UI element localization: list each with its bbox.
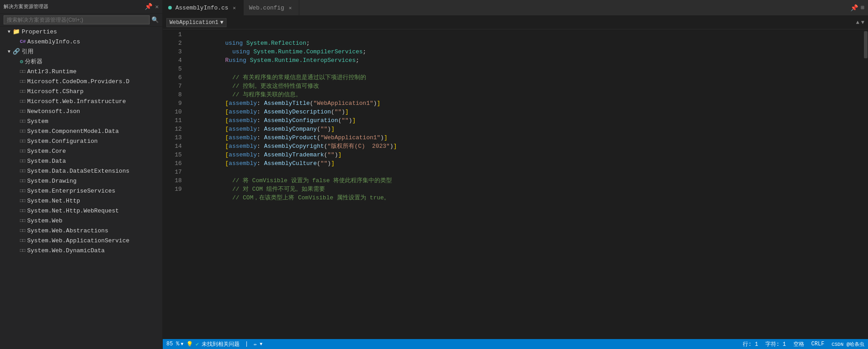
nav-down-icon[interactable]: ▼: [861, 19, 864, 26]
sidebar-item-codedom[interactable]: □□ Microsoft.CodeDom.Providers.D: [0, 76, 162, 86]
ref-icon: □□: [20, 79, 25, 84]
sidebar-item-analyzer[interactable]: ⚙ 分析器: [0, 57, 162, 66]
sidebar-item-label: System.Net.Http.WebRequest: [27, 208, 119, 214]
sidebar-item-system-configuration[interactable]: □□ System.Configuration: [0, 136, 162, 146]
search-icon: 🔍: [151, 16, 159, 24]
sidebar-item-label: Antlr3.Runtime: [27, 68, 76, 75]
zoom-dropdown-icon[interactable]: ▼: [181, 342, 184, 347]
expand-icon: ▼: [5, 49, 13, 54]
pin-icon[interactable]: 📌: [145, 3, 152, 10]
sidebar-item-ms-web-infra[interactable]: □□ Microsoft.Web.Infrastructure: [0, 96, 162, 106]
ref-icon: □□: [20, 228, 25, 233]
tab-close-button[interactable]: ✕: [287, 4, 294, 12]
spaces-info: 空格: [793, 340, 804, 348]
sidebar-item-system-web-abstractions[interactable]: □□ System.Web.Abstractions: [0, 226, 162, 236]
ref-icon: □□: [20, 89, 25, 94]
status-right: 行: 1 字符: 1 空格 CRLF CSDN @哈条虫: [743, 340, 864, 348]
pencil-icon: ✏: [254, 341, 257, 348]
sidebar-item-references[interactable]: ▼ 🔗 引用: [0, 47, 162, 57]
sidebar-item-label: Properties: [22, 28, 57, 35]
new-vert-tab-icon[interactable]: ⊞: [861, 4, 864, 11]
close-sidebar-icon[interactable]: ✕: [155, 3, 159, 10]
sidebar-item-label: System.Web.Abstractions: [27, 227, 108, 234]
tab-assemblyinfo[interactable]: AssemblyInfo.cs ✕: [163, 0, 244, 15]
sidebar-item-properties[interactable]: ▼ 📁 Properties: [0, 27, 162, 37]
line-info: 行: 1: [743, 340, 758, 348]
sidebar-item-system-web[interactable]: □□ System.Web: [0, 216, 162, 226]
sidebar-item-label: Microsoft.CSharp: [27, 88, 84, 95]
sidebar-item-system-web-dynamicdata[interactable]: □□ System.Web.DynamicData: [0, 245, 162, 255]
cs-file-dot: [168, 6, 172, 9]
ref-icon: □□: [20, 238, 25, 243]
sidebar-header: 解决方案资源管理器 📌 ✕: [0, 0, 162, 14]
code-editor[interactable]: 1 2 3 4 5 6 7 8 9 10 11 12 13 14 15 16 1…: [163, 29, 868, 339]
tab-close-button[interactable]: ✕: [231, 4, 238, 12]
sidebar-item-assemblyinfo[interactable]: C# AssemblyInfo.cs: [0, 37, 162, 47]
csharp-file-icon: C#: [20, 39, 26, 44]
sidebar-item-system-enterprise[interactable]: □□ System.EnterpriseServices: [0, 186, 162, 196]
sidebar-item-label: System.Net.Http: [27, 198, 80, 204]
ref-icon: □□: [20, 169, 25, 174]
encoding-info: CRLF: [811, 341, 825, 347]
sidebar-header-icons: 📌 ✕: [145, 3, 159, 10]
vertical-scrollbar[interactable]: [863, 29, 868, 339]
code-line-1: using System.Reflection;: [186, 30, 863, 39]
sidebar-search-bar[interactable]: 🔍: [0, 14, 162, 27]
ref-icon: □□: [20, 189, 25, 193]
zoom-label: 85 % ▼: [166, 341, 184, 347]
folder-icon: 📁: [13, 28, 20, 35]
sidebar-item-label: System.Web: [27, 217, 62, 224]
breadcrumb-label: WebApplication1: [170, 19, 218, 26]
sidebar-item-label: Microsoft.CodeDom.Providers.D: [27, 78, 129, 85]
breadcrumb-webapp[interactable]: WebApplication1 ▼: [166, 18, 226, 27]
ref-icon: □□: [20, 99, 25, 104]
breadcrumb-bar: WebApplication1 ▼ ▲ ▼: [163, 16, 868, 29]
dropdown-icon[interactable]: ▼: [260, 342, 263, 347]
sidebar-item-label: System.Data: [27, 158, 66, 165]
sidebar-item-system-data-dataset[interactable]: □□ System.Data.DataSetExtensions: [0, 166, 162, 176]
sidebar-item-label: System.ComponentModel.Data: [27, 128, 119, 135]
search-input[interactable]: [4, 15, 150, 24]
breadcrumb-right-controls: ▲ ▼: [856, 19, 864, 26]
nav-up-icon[interactable]: ▲: [856, 19, 859, 26]
sidebar-item-system-data[interactable]: □□ System.Data: [0, 156, 162, 166]
sidebar-item-system-web-appservice[interactable]: □□ System.Web.ApplicationService: [0, 236, 162, 245]
no-issues-label: 未找到相关问题: [202, 340, 240, 348]
sidebar-item-label: System.EnterpriseServices: [27, 188, 115, 194]
code-content[interactable]: using System.Reflection; using System.Ru…: [186, 29, 863, 339]
solution-explorer-panel: 解决方案资源管理器 📌 ✕ 🔍 ▼ 📁 Properties C#: [0, 0, 163, 349]
sidebar-item-label: System.Web.DynamicData: [27, 247, 105, 254]
status-bar: 85 % ▼ 💡 ✔ 未找到相关问题 | ✏ ▼ 行: 1 字符: 1 空格 C…: [163, 339, 868, 349]
solution-tree: ▼ 📁 Properties C# AssemblyInfo.cs ▼ 🔗 引用: [0, 27, 162, 349]
code-line-5: // 有关程序集的常规信息是通过以下项进行控制的: [186, 65, 863, 73]
ref-icon: □□: [20, 149, 25, 154]
sidebar-item-system-core[interactable]: □□ System.Core: [0, 146, 162, 156]
sidebar-item-ms-csharp[interactable]: □□ Microsoft.CSharp: [0, 86, 162, 96]
sidebar-item-antlr[interactable]: □□ Antlr3.Runtime: [0, 66, 162, 76]
ref-icon: □□: [20, 159, 25, 164]
sidebar-item-system-net-webrequest[interactable]: □□ System.Net.Http.WebRequest: [0, 206, 162, 216]
ref-icon: □□: [20, 198, 25, 203]
code-line-17: // 将 ComVisible 设置为 false 将使此程序集中的类型: [186, 168, 863, 176]
sidebar-item-system-componentmodel[interactable]: □□ System.ComponentModel.Data: [0, 126, 162, 136]
sidebar-item-system[interactable]: □□ System: [0, 116, 162, 126]
status-check-icon: ✔: [196, 341, 199, 348]
tab-webconfig[interactable]: Web.config ✕: [244, 0, 300, 15]
ref-icon: □□: [20, 179, 25, 184]
status-separator: |: [245, 341, 248, 347]
sidebar-item-system-net-http[interactable]: □□ System.Net.Http: [0, 196, 162, 206]
sidebar-item-label: Microsoft.Web.Infrastructure: [27, 98, 126, 105]
sidebar-item-newtonsoft[interactable]: □□ Newtonsoft.Json: [0, 106, 162, 116]
pin-tab-icon[interactable]: 📌: [850, 4, 858, 12]
sidebar-title: 解决方案资源管理器: [4, 3, 48, 10]
sidebar-item-system-drawing[interactable]: □□ System.Drawing: [0, 176, 162, 186]
analyzer-icon: ⚙: [20, 58, 23, 65]
sidebar-item-label: System.Drawing: [27, 178, 76, 184]
sidebar-item-label: 引用: [22, 47, 33, 56]
scrollbar-thumb[interactable]: [864, 31, 868, 58]
ref-icon: □□: [20, 208, 25, 213]
reference-icon: 🔗: [13, 48, 20, 55]
ref-icon: □□: [20, 139, 25, 144]
ref-icon: □□: [20, 109, 25, 114]
zoom-value: 85 %: [166, 341, 179, 347]
